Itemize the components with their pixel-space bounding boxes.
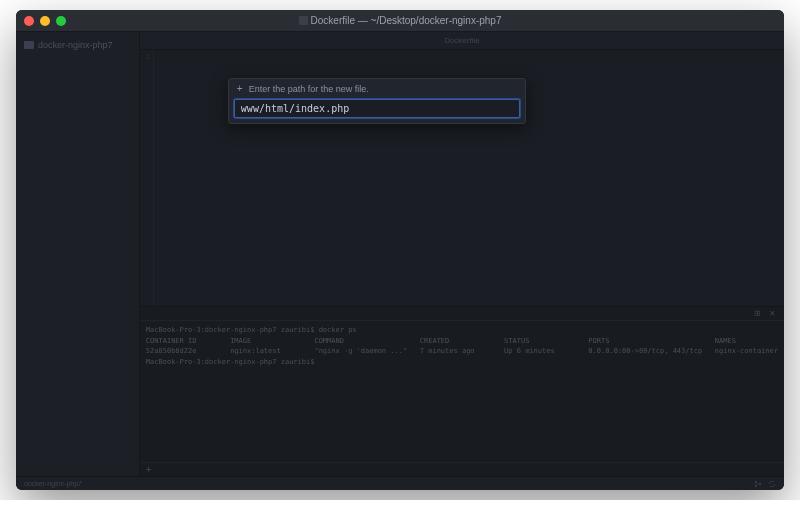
tab-bar[interactable]: Dockerfile — [140, 32, 784, 50]
editor-area: Dockerfile 1 + Enter the path for the ne… — [140, 32, 784, 476]
editor[interactable]: 1 + Enter the path for the new file. — [140, 50, 784, 306]
tree-root-item[interactable]: docker-nginx-php7 — [16, 38, 139, 52]
terminal-header: ⊞ ✕ — [140, 307, 784, 321]
line-number: 1 — [140, 50, 153, 63]
terminal-split-icon[interactable]: ⊞ — [754, 309, 761, 318]
gutter: 1 — [140, 50, 154, 306]
svg-point-1 — [755, 485, 757, 487]
terminal-line: CONTAINER ID IMAGE COMMAND CREATED STATU… — [146, 336, 778, 347]
tab-active[interactable]: Dockerfile — [444, 36, 480, 45]
terminal-add-icon[interactable]: + — [146, 464, 152, 475]
traffic-lights — [24, 16, 66, 26]
window-title: Dockerfile — ~/Desktop/docker-nginx-php7 — [24, 15, 776, 26]
titlebar: Dockerfile — ~/Desktop/docker-nginx-php7 — [16, 10, 784, 32]
new-file-path-input[interactable] — [234, 99, 520, 118]
close-icon[interactable] — [24, 16, 34, 26]
sync-icon[interactable] — [768, 480, 776, 488]
terminal-panel: ⊞ ✕ MacBook-Pro-3:docker-nginx-php7 zaur… — [140, 306, 784, 476]
tree-root-label: docker-nginx-php7 — [38, 40, 113, 50]
statusbar-left: docker-nginx-php7 — [24, 480, 82, 487]
modal-header: + Enter the path for the new file. — [229, 79, 525, 98]
maximize-icon[interactable] — [56, 16, 66, 26]
svg-point-0 — [755, 481, 757, 483]
terminal-body[interactable]: MacBook-Pro-3:docker-nginx-php7 zauribi$… — [140, 321, 784, 462]
new-file-modal: + Enter the path for the new file. — [228, 78, 526, 124]
terminal-line: MacBook-Pro-3:docker-nginx-php7 zauribi$ — [146, 357, 778, 368]
app-window: Dockerfile — ~/Desktop/docker-nginx-php7… — [16, 10, 784, 490]
git-icon[interactable] — [754, 480, 762, 488]
minimize-icon[interactable] — [40, 16, 50, 26]
statusbar: docker-nginx-php7 — [16, 476, 784, 490]
file-icon — [299, 16, 308, 25]
modal-prompt: Enter the path for the new file. — [249, 84, 369, 94]
terminal-footer: + — [140, 462, 784, 476]
terminal-close-icon[interactable]: ✕ — [769, 309, 776, 318]
sidebar[interactable]: docker-nginx-php7 — [16, 32, 140, 476]
window-title-text: Dockerfile — ~/Desktop/docker-nginx-php7 — [311, 15, 502, 26]
svg-point-2 — [759, 483, 761, 485]
terminal-line: MacBook-Pro-3:docker-nginx-php7 zauribi$… — [146, 325, 778, 336]
plus-icon: + — [237, 83, 243, 94]
statusbar-right — [754, 480, 776, 488]
terminal-line: 52a850b8d22e nginx:latest "nginx -g 'dae… — [146, 346, 778, 357]
folder-icon — [24, 41, 34, 49]
main-body: docker-nginx-php7 Dockerfile 1 + Enter t… — [16, 32, 784, 476]
